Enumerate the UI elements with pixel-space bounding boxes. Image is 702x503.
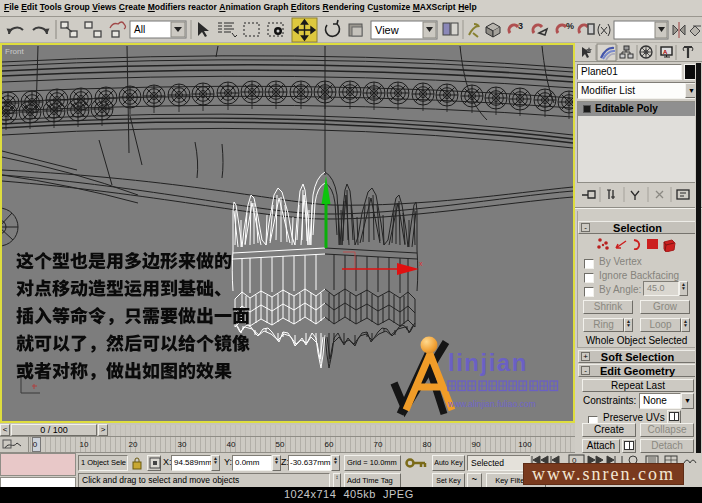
- svg-text:All: All: [134, 24, 145, 35]
- svg-text:%: %: [566, 21, 574, 31]
- svg-text:View: View: [375, 24, 399, 36]
- svg-text:linjian: linjian: [448, 349, 528, 376]
- svg-text:3: 3: [518, 21, 523, 31]
- svg-text:Front: Front: [5, 47, 24, 56]
- svg-text:x: x: [419, 260, 423, 267]
- svg-text:www.alinjian.fuliao.com: www.alinjian.fuliao.com: [447, 399, 536, 409]
- svg-text:A: A: [663, 49, 668, 55]
